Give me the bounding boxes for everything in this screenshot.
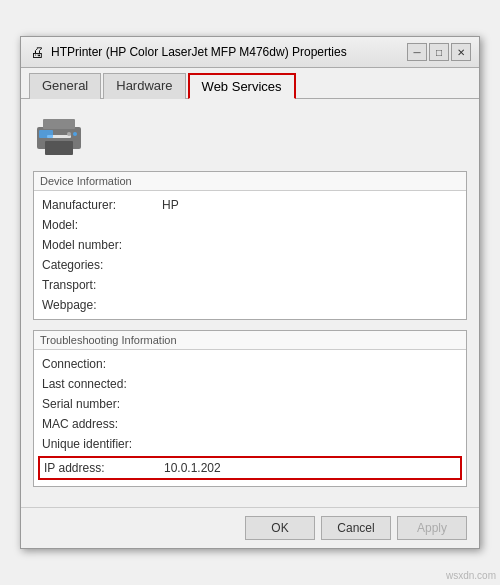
window-title: HTPrinter (HP Color LaserJet MFP M476dw)…: [51, 45, 347, 59]
footer: OK Cancel Apply: [21, 507, 479, 548]
model-row: Model:: [42, 215, 458, 235]
transport-label: Transport:: [42, 278, 162, 292]
ip-address-row: IP address: 10.0.1.202: [38, 456, 462, 480]
manufacturer-label: Manufacturer:: [42, 198, 162, 212]
unique-identifier-row: Unique identifier:: [42, 434, 458, 454]
troubleshooting-section: Troubleshooting Information Connection: …: [33, 330, 467, 487]
cancel-button[interactable]: Cancel: [321, 516, 391, 540]
connection-label: Connection:: [42, 357, 162, 371]
categories-row: Categories:: [42, 255, 458, 275]
window-icon: 🖨: [29, 44, 45, 60]
ip-address-value: 10.0.1.202: [164, 461, 221, 475]
title-bar-left: 🖨 HTPrinter (HP Color LaserJet MFP M476d…: [29, 44, 347, 60]
watermark: wsxdn.com: [446, 570, 496, 581]
svg-rect-4: [39, 130, 53, 138]
tab-general[interactable]: General: [29, 73, 101, 99]
apply-button[interactable]: Apply: [397, 516, 467, 540]
ip-address-label: IP address:: [44, 461, 164, 475]
model-number-row: Model number:: [42, 235, 458, 255]
printer-icon: [33, 113, 85, 157]
mac-address-label: MAC address:: [42, 417, 162, 431]
troubleshooting-title: Troubleshooting Information: [34, 331, 466, 350]
printer-header: [33, 109, 467, 161]
tab-bar: General Hardware Web Services: [21, 68, 479, 99]
tab-web-services[interactable]: Web Services: [188, 73, 296, 99]
serial-number-row: Serial number:: [42, 394, 458, 414]
properties-window: 🖨 HTPrinter (HP Color LaserJet MFP M476d…: [20, 36, 480, 549]
tab-content: Device Information Manufacturer: HP Mode…: [21, 99, 479, 507]
window-controls: ─ □ ✕: [407, 43, 471, 61]
model-number-label: Model number:: [42, 238, 162, 252]
close-button[interactable]: ✕: [451, 43, 471, 61]
categories-label: Categories:: [42, 258, 162, 272]
minimize-button[interactable]: ─: [407, 43, 427, 61]
svg-rect-1: [43, 119, 75, 129]
serial-number-label: Serial number:: [42, 397, 162, 411]
ok-button[interactable]: OK: [245, 516, 315, 540]
svg-point-5: [67, 132, 71, 136]
webpage-row: Webpage:: [42, 295, 458, 315]
troubleshooting-content: Connection: Last connected: Serial numbe…: [34, 350, 466, 486]
device-info-content: Manufacturer: HP Model: Model number: Ca…: [34, 191, 466, 319]
device-info-title: Device Information: [34, 172, 466, 191]
unique-identifier-label: Unique identifier:: [42, 437, 162, 451]
svg-point-6: [73, 132, 77, 136]
model-label: Model:: [42, 218, 162, 232]
maximize-button[interactable]: □: [429, 43, 449, 61]
connection-row: Connection:: [42, 354, 458, 374]
last-connected-row: Last connected:: [42, 374, 458, 394]
webpage-label: Webpage:: [42, 298, 162, 312]
title-bar: 🖨 HTPrinter (HP Color LaserJet MFP M476d…: [21, 37, 479, 68]
transport-row: Transport:: [42, 275, 458, 295]
manufacturer-value: HP: [162, 198, 179, 212]
svg-rect-2: [45, 141, 73, 155]
manufacturer-row: Manufacturer: HP: [42, 195, 458, 215]
mac-address-row: MAC address:: [42, 414, 458, 434]
device-info-section: Device Information Manufacturer: HP Mode…: [33, 171, 467, 320]
tab-hardware[interactable]: Hardware: [103, 73, 185, 99]
last-connected-label: Last connected:: [42, 377, 162, 391]
